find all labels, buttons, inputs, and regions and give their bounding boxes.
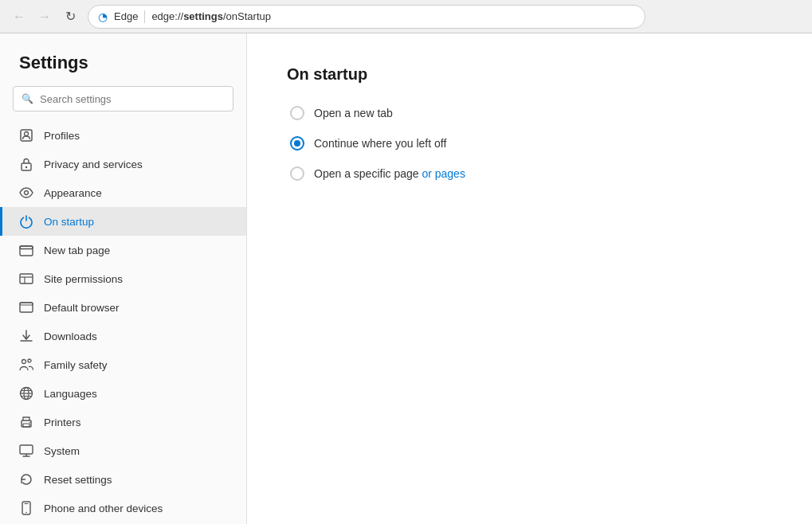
printers-label: Printers <box>44 416 81 428</box>
back-button[interactable]: ← <box>8 6 30 28</box>
address-divider <box>144 10 145 23</box>
appearance-label: Appearance <box>44 187 102 199</box>
svg-rect-6 <box>20 246 33 249</box>
phone-icon <box>18 500 34 516</box>
search-icon: 🔍 <box>22 93 33 104</box>
sidebar-item-system[interactable]: System <box>0 436 246 465</box>
site-permissions-label: Site permissions <box>44 273 123 285</box>
family-icon <box>18 357 34 373</box>
download-icon <box>18 328 34 344</box>
system-icon <box>18 443 34 459</box>
reset-icon <box>18 471 34 487</box>
sidebar-item-languages[interactable]: Languages <box>0 379 246 408</box>
svg-point-4 <box>25 191 29 195</box>
option-continue[interactable]: Continue where you left off <box>290 136 772 151</box>
content-area: On startup Open a new tab Continue where… <box>247 33 812 524</box>
sidebar-item-on-startup[interactable]: On startup <box>0 207 246 236</box>
svg-point-12 <box>22 360 26 364</box>
svg-point-1 <box>25 132 29 136</box>
family-safety-label: Family safety <box>44 359 108 371</box>
forward-button[interactable]: → <box>33 6 56 28</box>
languages-label: Languages <box>44 388 97 400</box>
sidebar-item-appearance[interactable]: Appearance <box>0 178 246 207</box>
sidebar: Settings 🔍 Profiles <box>0 33 247 524</box>
radio-continue[interactable] <box>290 136 304 151</box>
sidebar-item-site-permissions[interactable]: Site permissions <box>0 264 246 293</box>
default-browser-label: Default browser <box>44 302 120 314</box>
option-open-new-tab[interactable]: Open a new tab <box>290 106 772 120</box>
sidebar-item-new-tab[interactable]: New tab page <box>0 236 246 264</box>
address-bar[interactable]: ◔ Edge edge://settings/onStartup <box>88 5 645 29</box>
sidebar-item-profiles[interactable]: Profiles <box>0 121 246 150</box>
refresh-button[interactable]: ↻ <box>59 6 81 28</box>
privacy-label: Privacy and services <box>44 158 143 170</box>
person-icon <box>18 127 34 143</box>
phone-devices-label: Phone and other devices <box>44 502 163 514</box>
sidebar-title: Settings <box>0 33 246 86</box>
search-input[interactable] <box>40 93 225 105</box>
on-startup-label: On startup <box>44 216 94 228</box>
browser-icon <box>18 299 34 315</box>
sidebar-item-family-safety[interactable]: Family safety <box>0 350 246 379</box>
sidebar-item-default-browser[interactable]: Default browser <box>0 293 246 322</box>
option-open-new-tab-label: Open a new tab <box>314 107 393 119</box>
svg-rect-5 <box>20 246 33 256</box>
svg-rect-20 <box>23 424 29 427</box>
search-box[interactable]: 🔍 <box>13 86 233 111</box>
downloads-label: Downloads <box>44 330 97 342</box>
browser-chrome: ← → ↻ ◔ Edge edge://settings/onStartup <box>0 0 812 33</box>
svg-rect-7 <box>20 274 33 284</box>
svg-point-24 <box>25 512 27 514</box>
or-pages-link[interactable]: or pages <box>422 167 465 180</box>
sidebar-item-printers[interactable]: Printers <box>0 408 246 436</box>
svg-point-21 <box>29 422 30 423</box>
sidebar-item-privacy[interactable]: Privacy and services <box>0 150 246 178</box>
sidebar-item-reset-settings[interactable]: Reset settings <box>0 465 246 494</box>
siteperm-icon <box>18 271 34 287</box>
new-tab-label: New tab page <box>44 244 110 256</box>
power-icon <box>18 213 34 229</box>
eye-icon <box>18 185 34 201</box>
browser-label: Edge <box>114 10 138 22</box>
svg-rect-22 <box>20 445 33 454</box>
edge-icon: ◔ <box>98 10 108 23</box>
radio-open-new-tab[interactable] <box>290 106 304 120</box>
option-specific-page[interactable]: Open a specific page or pages <box>290 166 772 181</box>
system-label: System <box>44 445 80 457</box>
option-continue-label: Continue where you left off <box>314 137 446 150</box>
lang-icon <box>18 385 34 401</box>
printer-icon <box>18 414 34 430</box>
svg-rect-10 <box>20 303 33 312</box>
svg-point-13 <box>28 359 31 362</box>
nav-list: Profiles Privacy and services <box>0 121 246 524</box>
sidebar-item-phone-devices[interactable]: Phone and other devices <box>0 494 246 522</box>
lock-icon <box>18 156 34 172</box>
newtab-icon <box>18 242 34 258</box>
startup-options: Open a new tab Continue where you left o… <box>290 106 772 181</box>
sidebar-item-downloads[interactable]: Downloads <box>0 322 246 350</box>
nav-buttons: ← → ↻ <box>8 6 81 28</box>
svg-point-3 <box>25 166 27 168</box>
address-text: edge://settings/onStartup <box>151 10 271 22</box>
content-title: On startup <box>287 65 772 84</box>
profiles-label: Profiles <box>44 130 80 142</box>
svg-rect-11 <box>20 303 33 305</box>
reset-settings-label: Reset settings <box>44 474 112 486</box>
option-specific-page-label: Open a specific page or pages <box>314 167 465 180</box>
radio-specific-page[interactable] <box>290 166 304 181</box>
main-layout: Settings 🔍 Profiles <box>0 33 812 524</box>
